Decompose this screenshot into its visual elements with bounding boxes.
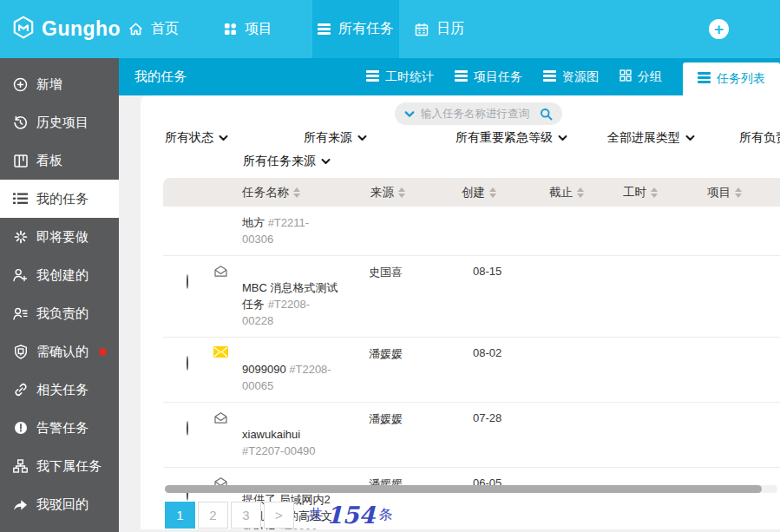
- person-plus-icon: [13, 268, 28, 282]
- view-tab-label: 工时统计: [385, 69, 434, 85]
- sidebar-item-2[interactable]: 历史项目: [0, 103, 119, 141]
- task-source: 史国喜: [369, 265, 403, 280]
- page-button-1[interactable]: 1: [165, 502, 195, 529]
- sidebar-item-3[interactable]: 看板: [0, 141, 119, 180]
- task-name[interactable]: xiawukaihui #T2207-00490: [242, 426, 341, 459]
- task-id: #T2207-00490: [242, 444, 316, 457]
- view-tab-5[interactable]: 任务列表: [683, 62, 780, 95]
- task-name[interactable]: 地方 #T2211-00306: [242, 214, 322, 247]
- task-name[interactable]: MBC 消息格式测试任务 #T2208-00228: [242, 279, 341, 329]
- filter-dropdown-1[interactable]: 所有状态: [165, 130, 228, 146]
- column-header-6[interactable]: 项目: [707, 178, 742, 207]
- search-input[interactable]: [421, 108, 534, 120]
- column-label: 项目: [707, 185, 731, 200]
- sidebar-item-10[interactable]: 告警任务: [0, 409, 119, 447]
- filter-dropdown-2[interactable]: 所有来源: [304, 130, 367, 146]
- table-row-1[interactable]: 地方 #T2211-00306: [163, 207, 780, 256]
- sort-icon[interactable]: [293, 187, 300, 198]
- column-header-5[interactable]: 工时: [623, 178, 658, 207]
- sidebar-item-11[interactable]: 我下属任务: [0, 447, 119, 485]
- task-status-radio-icon[interactable]: [187, 356, 188, 371]
- filter-label: 全部进展类型: [607, 130, 680, 146]
- view-tab-4[interactable]: 分组: [619, 69, 662, 85]
- filter-dropdown-6[interactable]: 所有任务来源: [243, 154, 331, 169]
- sort-icon[interactable]: [651, 187, 658, 198]
- top-nav-item-4[interactable]: 日历: [415, 0, 464, 58]
- sidebar-item-9[interactable]: 相关任务: [0, 371, 119, 409]
- total-number: 154: [326, 503, 375, 527]
- filter-dropdown-4[interactable]: 全部进展类型: [607, 130, 695, 146]
- view-tabs: 工时统计项目任务资源图分组任务列表: [366, 58, 780, 95]
- task-status-radio-icon[interactable]: [187, 421, 188, 436]
- page-title: 我的任务: [134, 58, 187, 95]
- column-header-3[interactable]: 创建: [462, 178, 496, 207]
- top-nav-item-3[interactable]: 所有任务: [312, 0, 399, 58]
- filter-dropdown-3[interactable]: 所有重要紧急等级: [456, 130, 567, 146]
- sidebar-item-label: 新增: [36, 76, 62, 93]
- home-icon: [128, 22, 143, 36]
- sort-icon[interactable]: [735, 187, 742, 198]
- page-button-3[interactable]: 3: [231, 502, 261, 529]
- view-tab-label: 项目任务: [474, 69, 522, 85]
- view-tab-2[interactable]: 项目任务: [455, 69, 522, 85]
- sidebar-item-5[interactable]: 即将要做: [0, 218, 119, 256]
- envelope-open-icon: [213, 265, 228, 280]
- bars-icon: [366, 70, 379, 84]
- horizontal-scrollbar-thumb[interactable]: [165, 485, 762, 493]
- top-nav-label: 日历: [436, 20, 464, 38]
- task-title: 9099090: [242, 363, 286, 376]
- spark-icon: [13, 230, 28, 244]
- history-icon: [13, 115, 28, 130]
- task-created-date: 08-02: [473, 346, 501, 359]
- next-page-button[interactable]: >: [264, 502, 294, 529]
- task-source: 潘媛媛: [369, 411, 403, 427]
- chevron-down-icon: [219, 135, 228, 141]
- table-row-3[interactable]: 9099090 #T2208-00065潘媛媛08-02: [163, 338, 780, 403]
- brand-name: Gungho: [42, 17, 121, 41]
- chevron-down-icon[interactable]: [404, 110, 415, 118]
- sidebar-item-8[interactable]: 需确认的: [0, 332, 119, 371]
- sort-icon[interactable]: [489, 187, 496, 198]
- brand-hexagon-icon: [12, 16, 35, 43]
- plus-outline-icon: [13, 77, 28, 92]
- view-tab-label: 任务列表: [717, 71, 765, 87]
- task-source: 潘媛媛: [369, 346, 403, 362]
- shield-icon: [13, 345, 28, 359]
- top-nav-label: 项目: [245, 20, 272, 38]
- add-button[interactable]: +: [709, 19, 729, 39]
- sidebar-item-7[interactable]: 我负责的: [0, 294, 119, 332]
- sidebar-item-label: 我的任务: [36, 191, 88, 207]
- page-button-2[interactable]: 2: [198, 502, 228, 529]
- sidebar-item-12[interactable]: 我驳回的: [0, 485, 119, 523]
- grid-icon: [224, 23, 237, 36]
- task-name[interactable]: 9099090 #T2208-00065: [242, 361, 341, 394]
- sidebar-item-1[interactable]: 新增: [0, 65, 119, 103]
- chevron-down-icon: [685, 135, 695, 141]
- column-header-1[interactable]: 任务名称: [242, 178, 300, 207]
- column-label: 工时: [623, 185, 646, 200]
- warning-icon: [13, 421, 28, 435]
- unread-badge: [99, 348, 107, 356]
- top-nav-item-2[interactable]: 项目: [224, 0, 272, 58]
- sort-icon[interactable]: [398, 187, 405, 198]
- sidebar-item-6[interactable]: 我创建的: [0, 256, 119, 294]
- filter-label: 所有任务来源: [243, 154, 316, 169]
- sidebar-item-4[interactable]: 我的任务: [0, 180, 119, 218]
- column-header-2[interactable]: 来源: [370, 178, 405, 207]
- filter-dropdown-5[interactable]: 所有负责人: [739, 130, 780, 146]
- brand-logo[interactable]: Gungho: [12, 0, 121, 58]
- kanban-icon: [13, 154, 28, 167]
- top-nav-item-1[interactable]: 首页: [128, 0, 179, 58]
- sidebar-item-label: 相关任务: [36, 382, 88, 398]
- table-row-2[interactable]: MBC 消息格式测试任务 #T2208-00228史国喜08-15: [163, 256, 780, 338]
- search-icon[interactable]: [540, 108, 553, 121]
- task-status-radio-icon[interactable]: [187, 274, 188, 289]
- sidebar-item-label: 历史项目: [36, 115, 88, 131]
- column-header-4[interactable]: 截止: [549, 178, 584, 207]
- sidebar: 新增历史项目看板我的任务即将要做我创建的我负责的需确认的相关任务告警任务我下属任…: [0, 58, 119, 532]
- view-tab-1[interactable]: 工时统计: [366, 69, 434, 85]
- table-row-4[interactable]: xiawukaihui #T2207-00490潘媛媛07-28: [163, 403, 780, 468]
- sub-header: 我的任务 工时统计项目任务资源图分组任务列表: [119, 58, 780, 95]
- view-tab-3[interactable]: 资源图: [543, 69, 599, 85]
- sort-icon[interactable]: [577, 187, 584, 198]
